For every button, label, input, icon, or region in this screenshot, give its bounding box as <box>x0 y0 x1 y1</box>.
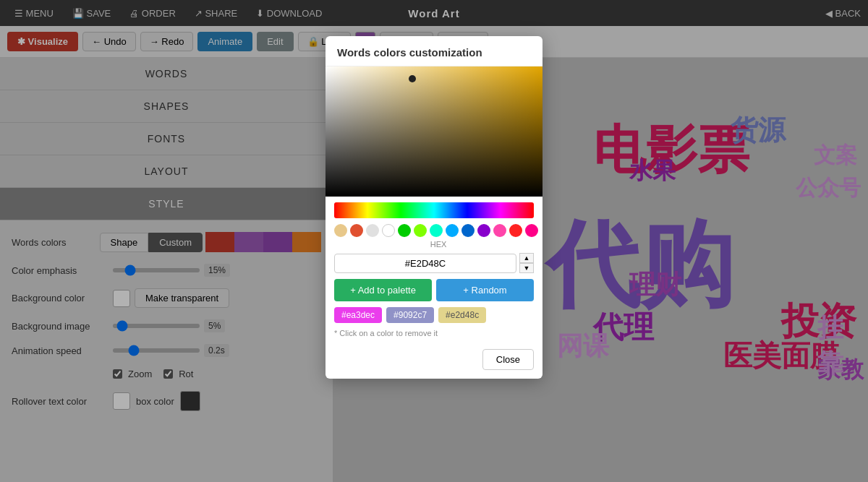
hex-down-arrow[interactable]: ▼ <box>519 263 534 273</box>
saved-color-1[interactable]: #9092c7 <box>386 307 434 323</box>
preset-dot-tan[interactable] <box>334 224 347 237</box>
modal-overlay: Words colors customization HEX <box>0 0 868 482</box>
preset-dot-white[interactable] <box>382 224 395 237</box>
hex-up-arrow[interactable]: ▲ <box>519 253 534 263</box>
color-gradient-picker[interactable] <box>326 66 542 197</box>
preset-dot-pink[interactable] <box>493 224 506 237</box>
saved-color-2[interactable]: #e2d48c <box>438 307 486 323</box>
random-button[interactable]: + Random <box>436 279 534 301</box>
preset-dot-blue1[interactable] <box>446 224 459 237</box>
preset-dot-magenta[interactable] <box>525 224 538 237</box>
click-hint: * Click on a color to remove it <box>334 329 534 337</box>
preset-dot-teal[interactable] <box>430 224 443 237</box>
color-picker-dot <box>409 75 416 82</box>
palette-row: + Add to palette + Random <box>334 279 534 301</box>
color-customization-modal: Words colors customization HEX <box>326 36 542 379</box>
hex-input-row: ▲ ▼ <box>334 253 534 273</box>
preset-dot-violet[interactable] <box>477 224 490 237</box>
preset-dot-red[interactable] <box>350 224 363 237</box>
preset-dot-green2[interactable] <box>414 224 427 237</box>
preset-dot-red2[interactable] <box>509 224 522 237</box>
modal-footer: Close <box>326 343 542 379</box>
preset-dot-green1[interactable] <box>398 224 411 237</box>
hex-label: HEX <box>334 240 542 249</box>
saved-color-0[interactable]: #ea3dec <box>334 307 382 323</box>
add-to-palette-button[interactable]: + Add to palette <box>334 279 432 301</box>
preset-colors-row <box>334 224 534 237</box>
preset-dot-gray[interactable] <box>366 224 379 237</box>
hex-input[interactable] <box>334 254 516 273</box>
close-button[interactable]: Close <box>482 349 534 370</box>
preset-dot-blue2[interactable] <box>461 224 475 237</box>
hue-bar[interactable] <box>334 202 534 218</box>
saved-colors: #ea3dec #9092c7 #e2d48c <box>334 307 534 323</box>
modal-title: Words colors customization <box>326 36 542 66</box>
hex-arrows: ▲ ▼ <box>519 253 534 273</box>
